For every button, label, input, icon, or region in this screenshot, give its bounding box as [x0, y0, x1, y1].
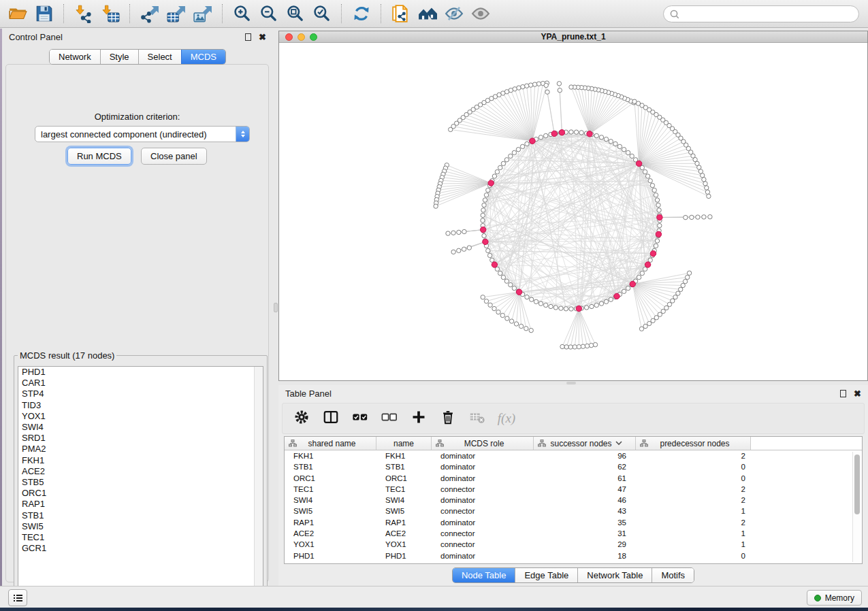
column-header-name[interactable]: name — [376, 437, 432, 450]
table-cell: 96 — [534, 450, 636, 461]
mcds-result-item[interactable]: PMA2 — [18, 444, 263, 455]
tab-select[interactable]: Select — [138, 50, 181, 64]
close-window-button[interactable] — [285, 33, 293, 41]
mcds-result-item[interactable]: YOX1 — [18, 411, 263, 422]
mcds-result-item[interactable]: TEC1 — [18, 532, 263, 543]
mcds-result-item[interactable]: STP4 — [18, 389, 263, 399]
table-row[interactable]: STB1STB1dominator620 — [285, 461, 862, 472]
mcds-result-item[interactable]: PHD1 — [18, 367, 263, 378]
tab-mcds[interactable]: MCDS — [181, 50, 225, 64]
open-session-icon — [8, 4, 27, 23]
minimize-window-button[interactable] — [298, 33, 305, 41]
table-scrollbar-thumb[interactable] — [854, 455, 860, 514]
tab-node-table[interactable]: Node Table — [453, 568, 515, 582]
close-table-panel-icon[interactable]: ✖ — [854, 390, 861, 397]
show-graphics-details-button[interactable] — [467, 2, 494, 25]
zoom-window-button[interactable] — [310, 33, 317, 41]
tab-network-table[interactable]: Network Table — [577, 568, 652, 582]
network-overview-button[interactable] — [414, 2, 440, 25]
tab-network[interactable]: Network — [50, 50, 100, 64]
run-mcds-button[interactable]: Run MCDS — [67, 148, 131, 165]
table-row[interactable]: TEC1TEC1connector472 — [285, 484, 862, 495]
add-button[interactable] — [409, 409, 428, 428]
table-row[interactable]: ACE2ACE2connector311 — [285, 528, 862, 539]
zoom-selected-button[interactable] — [308, 2, 335, 25]
network-canvas[interactable] — [279, 44, 867, 380]
table-row[interactable]: YOX1YOX1connector291 — [285, 539, 862, 550]
delete-button[interactable] — [438, 409, 457, 428]
mcds-result-item[interactable]: FKH1 — [18, 455, 263, 466]
import-network-icon — [74, 4, 93, 23]
column-header-predecessor-nodes[interactable]: predecessor nodes — [636, 437, 751, 450]
mcds-result-item[interactable]: STB5 — [18, 477, 263, 488]
mcds-list-scrollbar[interactable] — [254, 367, 263, 601]
import-table-button[interactable] — [97, 2, 123, 25]
memory-button[interactable]: Memory — [807, 590, 862, 606]
zoom-fit-button[interactable] — [282, 2, 308, 25]
mcds-result-item[interactable]: CAR1 — [18, 378, 263, 389]
desktop-wallpaper-bottom — [0, 608, 868, 611]
tab-edge-table[interactable]: Edge Table — [515, 568, 577, 582]
tab-style[interactable]: Style — [100, 50, 138, 64]
table-cell: 46 — [534, 495, 636, 506]
mcds-result-item[interactable]: RAP1 — [18, 499, 263, 510]
network-from-file-button[interactable] — [387, 2, 414, 25]
vertical-splitter[interactable] — [273, 29, 278, 381]
save-session-button[interactable] — [31, 2, 57, 25]
table-scrollbar[interactable] — [852, 452, 861, 562]
node-table: shared namenameMCDS rolesuccessor nodesp… — [284, 436, 863, 564]
table-cell: SWI4 — [285, 495, 376, 506]
mcds-result-item[interactable]: TID3 — [18, 400, 263, 411]
settings-button[interactable] — [292, 409, 311, 428]
vertical-splitter-grip[interactable] — [274, 303, 278, 312]
zoom-in-icon — [233, 4, 252, 23]
table-cell: connector — [432, 484, 534, 495]
zoom-out-button[interactable] — [255, 2, 282, 25]
search-box[interactable] — [663, 5, 859, 22]
table-row[interactable]: FKH1FKH1dominator962 — [285, 450, 862, 461]
column-header-MCDS-role[interactable]: MCDS role — [432, 437, 534, 450]
export-network-button[interactable] — [136, 2, 163, 25]
mcds-result-item[interactable]: STB1 — [18, 510, 263, 521]
show-columns-button[interactable] — [321, 409, 340, 428]
table-cell: 47 — [534, 484, 636, 495]
select-all-button[interactable] — [351, 409, 370, 428]
table-cell: 43 — [534, 506, 636, 516]
import-network-button[interactable] — [70, 2, 97, 25]
criterion-dropdown[interactable]: largest connected component (undirected) — [35, 126, 250, 142]
table-row[interactable]: SWI5SWI5connector431 — [285, 506, 862, 516]
close-panel-icon[interactable]: ✖ — [259, 33, 266, 41]
horizontal-splitter-grip[interactable] — [566, 382, 576, 384]
refresh-button[interactable] — [348, 2, 374, 25]
float-table-panel-icon[interactable] — [840, 390, 846, 397]
table-cell: PHD1 — [285, 550, 376, 561]
mcds-result-item[interactable]: GCR1 — [18, 543, 263, 554]
float-panel-icon[interactable] — [245, 33, 251, 41]
mcds-result-item[interactable]: SWI5 — [18, 521, 263, 532]
column-header-shared-name[interactable]: shared name — [285, 437, 376, 450]
table-row[interactable]: ORC1ORC1dominator610 — [285, 473, 862, 484]
task-history-button[interactable] — [8, 589, 27, 606]
table-row[interactable]: PHD1PHD1dominator180 — [285, 550, 862, 561]
export-image-button[interactable] — [189, 2, 216, 25]
mcds-result-item[interactable]: ACE2 — [18, 466, 263, 477]
search-input[interactable] — [680, 7, 858, 21]
tab-motifs[interactable]: Motifs — [652, 568, 694, 582]
table-row[interactable]: RAP1RAP1dominator352 — [285, 517, 862, 528]
mcds-result-item[interactable]: SWI4 — [18, 422, 263, 433]
close-panel-button[interactable]: Close panel — [141, 148, 207, 165]
table-row[interactable]: SWI4SWI4dominator462 — [285, 495, 862, 506]
network-window-titlebar[interactable]: YPA_prune.txt_1 — [279, 31, 867, 43]
hide-graphics-details-button[interactable] — [440, 2, 467, 25]
export-table-button[interactable] — [163, 2, 189, 25]
settings-icon — [293, 409, 310, 428]
deselect-all-icon — [381, 409, 398, 428]
deselect-all-button[interactable] — [380, 409, 399, 428]
column-header-successor-nodes[interactable]: successor nodes — [534, 437, 636, 450]
table-cell: YOX1 — [376, 539, 432, 550]
toolbar-separator — [222, 4, 223, 23]
zoom-in-button[interactable] — [229, 2, 255, 25]
open-session-button[interactable] — [4, 2, 31, 25]
mcds-result-item[interactable]: ORC1 — [18, 488, 263, 499]
mcds-result-item[interactable]: SRD1 — [18, 433, 263, 444]
